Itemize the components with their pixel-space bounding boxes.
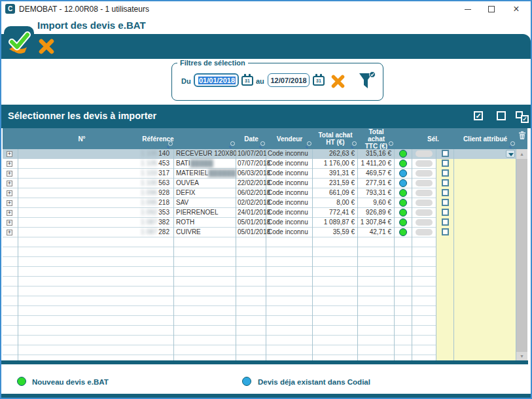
column-search-icon[interactable] [305, 141, 311, 148]
empty-table-row[interactable] [3, 247, 516, 257]
expand-button[interactable]: + [7, 161, 12, 167]
empty-table-row[interactable] [3, 336, 516, 345]
total-ttc-cell: 1 307,84 € [358, 218, 395, 228]
table-row[interactable]: + 1 096928 DEFIX 06/02/2018 Code inconnu… [3, 188, 516, 198]
minimize-button[interactable] [457, 1, 478, 17]
vertical-scrollbar[interactable]: ▲ ▼ [516, 149, 527, 360]
select-checkbox[interactable] [442, 160, 449, 167]
column-header-client[interactable]: Client attribué [454, 128, 516, 149]
empty-table-row[interactable] [3, 345, 516, 355]
note-button[interactable] [416, 160, 433, 167]
empty-table-row[interactable] [3, 257, 516, 267]
expand-button[interactable]: + [7, 181, 12, 186]
title-bar: C DEMOBAT - 12.00R08 - 1 utilisateurs × [1, 1, 531, 17]
select-none-button[interactable] [497, 111, 506, 120]
scroll-up-icon[interactable]: ▲ [516, 149, 527, 159]
expand-button[interactable]: + [7, 200, 12, 206]
column-header-reference[interactable]: Référence [174, 128, 236, 149]
empty-table-row[interactable] [3, 237, 516, 247]
empty-table-row[interactable] [3, 355, 516, 360]
note-button[interactable] [416, 209, 433, 216]
date-cell: 05/01/2018 [236, 218, 266, 228]
empty-table-row[interactable] [3, 326, 516, 336]
expand-button[interactable]: + [7, 171, 12, 177]
select-checkbox[interactable] [442, 199, 449, 206]
note-button[interactable] [416, 229, 433, 235]
close-button[interactable]: × [506, 1, 527, 17]
select-checkbox[interactable] [442, 179, 449, 186]
table-row[interactable]: + 1 103317 MATERIEL██████ 06/03/2018 Cod… [3, 169, 516, 179]
empty-table-row[interactable] [3, 267, 516, 277]
date-cell: 05/01/2018 [236, 228, 266, 237]
expand-button[interactable]: + [7, 230, 12, 235]
select-checkbox[interactable] [442, 228, 449, 235]
total-ttc-cell: 793,31 € [358, 188, 395, 198]
note-button[interactable] [416, 150, 433, 157]
status-dot-icon [399, 179, 407, 187]
expand-button[interactable]: + [7, 151, 12, 157]
client-cell[interactable] [454, 228, 516, 237]
column-search-icon[interactable] [258, 141, 265, 148]
quote-number-cell: 1 103317 [18, 169, 174, 179]
table-row[interactable]: + 1 087382 ROTH 05/01/2018 Code inconnu … [3, 218, 516, 228]
expand-button[interactable]: + [7, 190, 12, 196]
note-cell [412, 198, 436, 208]
select-checkbox[interactable] [442, 169, 449, 177]
column-search-icon[interactable] [350, 141, 357, 148]
table-row[interactable]: + 1 092353 PIERRENOEL 24/01/2018 Code in… [3, 208, 516, 218]
column-search-icon[interactable] [228, 141, 235, 148]
select-checkbox[interactable] [442, 218, 449, 226]
date-to-input[interactable]: 12/07/2018 [268, 73, 310, 87]
date-from-input[interactable]: 01/01/2018 [194, 73, 239, 87]
apply-filter-button[interactable] [358, 71, 376, 91]
table-row[interactable]: + 1 105140 RECEVEUR 120X80 10/07/2018 Co… [3, 149, 516, 159]
quote-number-cell: 1 105140 [18, 149, 174, 159]
empty-table-row[interactable] [3, 296, 516, 306]
column-search-icon[interactable] [508, 141, 515, 148]
select-all-button[interactable]: ✓ [474, 111, 483, 120]
total-ttc-cell: 277,91 € [358, 179, 395, 188]
column-search-icon[interactable] [387, 141, 393, 148]
table-row[interactable]: + 1 100563 OUVEA 22/02/2018 Code inconnu… [3, 179, 516, 188]
delete-icon[interactable] [518, 131, 526, 140]
client-cell[interactable] [454, 159, 516, 169]
client-cell[interactable] [454, 179, 516, 188]
expand-button[interactable]: + [7, 210, 12, 216]
empty-table-row[interactable] [3, 316, 516, 326]
note-button[interactable] [416, 170, 433, 177]
client-cell[interactable] [454, 198, 516, 208]
client-cell[interactable] [454, 188, 516, 198]
validate-button[interactable] [4, 26, 34, 59]
calendar-picker-to-icon[interactable]: 31 [313, 76, 325, 86]
note-button[interactable] [416, 200, 433, 206]
select-cell [436, 218, 454, 228]
clear-filter-button[interactable] [330, 74, 346, 89]
table-row[interactable]: + 1 095218 SAV 02/02/2018 Code inconnu 8… [3, 198, 516, 208]
client-cell[interactable] [454, 149, 516, 159]
scroll-down-icon[interactable]: ▼ [516, 352, 527, 360]
note-button[interactable] [416, 190, 433, 196]
select-checkbox[interactable] [442, 189, 449, 196]
maximize-button[interactable] [481, 1, 502, 17]
expand-button[interactable]: + [7, 220, 12, 226]
empty-table-row[interactable] [3, 306, 516, 316]
table-row[interactable]: + 1 105453 BATI█████ 07/07/2018 Code inc… [3, 159, 516, 169]
client-cell[interactable] [454, 169, 516, 179]
client-dropdown-button[interactable] [506, 150, 515, 158]
cancel-button[interactable] [38, 38, 55, 55]
client-cell[interactable] [454, 218, 516, 228]
vendor-cell: Code inconnu [266, 188, 313, 198]
select-checkbox[interactable] [442, 150, 449, 157]
empty-table-row[interactable] [3, 286, 516, 296]
app-icon: C [5, 4, 15, 14]
calendar-picker-from-icon[interactable]: 31 [241, 76, 253, 86]
select-checkbox[interactable] [442, 209, 449, 216]
empty-table-row[interactable] [3, 277, 516, 286]
table-row[interactable]: + 1 087282 CUIVRE 05/01/2018 Code inconn… [3, 228, 516, 237]
note-button[interactable] [416, 219, 433, 226]
note-button[interactable] [416, 180, 433, 186]
column-search-icon[interactable] [166, 141, 173, 148]
client-cell[interactable] [454, 208, 516, 218]
toggle-selection-button[interactable]: ✓ [516, 111, 529, 123]
column-header-sel[interactable]: Sél. [412, 128, 454, 149]
